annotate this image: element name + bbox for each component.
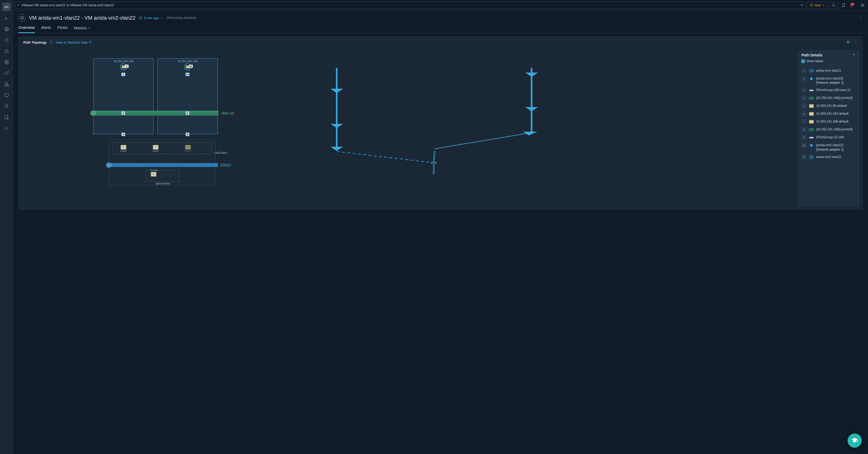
svg-rect-5 (6, 82, 7, 83)
sidebar-nav-analytics[interactable] (0, 68, 13, 79)
svg-point-19 (856, 40, 856, 41)
hop-label: arista-vm1-vlan22 (816, 68, 856, 73)
path-detail-item[interactable]: 9DPortGroup-22-169 (798, 134, 859, 141)
host1-ip: 10.253.241.168 (94, 60, 153, 63)
tab-alerts[interactable]: Alerts (41, 25, 51, 33)
hop-sw-icon (809, 112, 814, 116)
sidebar-nav-vm[interactable] (0, 90, 13, 101)
hop-label: DPortGroup-22-169 (816, 135, 856, 139)
hop-vm-icon (809, 155, 814, 160)
svg-line-34 (337, 151, 434, 163)
now-label: Now (814, 3, 821, 7)
tab-metrics[interactable]: Metrics (74, 25, 90, 33)
path-details-list: 1arista-vm1-vlan222[arista-vm1-vlan22]-[… (798, 65, 859, 206)
page-header: VM arista-vm1-vlan22 - VM arista-vm2-vla… (13, 10, 868, 22)
time-ago-dropdown[interactable]: 5 min ago (138, 16, 163, 20)
bookmark-button[interactable] (840, 2, 847, 9)
hop-label: 10.253.241.193-default (816, 112, 856, 116)
vm-icon (18, 14, 26, 22)
menu-button[interactable] (859, 2, 866, 9)
path-detail-item[interactable]: 2[arista-vm1-vlan22]-[Network adapter 1] (798, 75, 859, 86)
vmware-logo[interactable]: vm (2, 3, 11, 11)
hop-label: 10.253.241.196-default (816, 119, 856, 123)
path-detail-item[interactable]: 610.253.241.193-default (798, 110, 859, 118)
hop-number: 8 (801, 127, 807, 132)
hop-number: 6 (801, 112, 807, 116)
view-network-map-link[interactable]: View in Network Map (56, 40, 92, 44)
vlan-label: vlan-22 (221, 111, 234, 115)
search-button[interactable] (829, 2, 838, 9)
hop-9: 9 (186, 111, 189, 115)
sidebar-nav-pin[interactable] (0, 101, 13, 112)
help-fab[interactable] (847, 433, 862, 448)
tab-overview[interactable]: Overview (18, 25, 35, 33)
hop-bar-icon (809, 135, 814, 140)
path-detail-item[interactable]: 710.253.241.196-default (798, 118, 859, 126)
left-sidebar: vm (0, 0, 13, 454)
svg-rect-8 (4, 94, 8, 96)
search-text: VMware VM 'arista-vm1-vlan22' to VMware … (22, 3, 799, 7)
svg-point-2 (6, 40, 7, 40)
svg-point-21 (856, 43, 856, 43)
sidebar-nav-topology[interactable] (0, 79, 13, 90)
panel-title: Path Topology (23, 40, 46, 44)
path-detail-item[interactable]: 10[arista-vm2-vlan22]-[Network adapter 1… (798, 141, 859, 153)
ecmp-label: ECMP (151, 169, 157, 172)
path-details-panel: Path Details Show labels 1arista-vm1-vla… (798, 50, 859, 206)
path-detail-item[interactable]: 11arista-vm2-vlan22 (798, 153, 859, 161)
hop-sw-icon (809, 104, 814, 108)
svg-rect-6 (4, 85, 6, 86)
path-detail-item[interactable]: 8[10.253.241.169]-[vmnic5] (798, 126, 859, 134)
path-detail-item[interactable]: 1arista-vm1-vlan22 (798, 67, 859, 75)
switch-7[interactable]: 7 (153, 145, 159, 149)
check-icon: ✔ (17, 3, 20, 7)
path-detail-item[interactable]: 3DPortGroup-168-new-22 (798, 86, 859, 94)
svg-rect-7 (7, 85, 8, 86)
topbar: ✔ VMware VM 'arista-vm1-vlan22' to VMwar… (13, 0, 868, 10)
sidebar-nav-globe[interactable] (0, 24, 13, 35)
hop-number: 10 (801, 143, 807, 148)
hop-2: 2 (121, 73, 125, 76)
svg-point-4 (7, 72, 9, 73)
clear-search-icon[interactable]: × (801, 3, 803, 8)
search-box[interactable]: ✔ VMware VM 'arista-vm1-vlan22' to VMwar… (15, 2, 805, 9)
show-labels-label: Show labels (806, 59, 824, 63)
hop-label: arista-vm2-vlan22 (816, 155, 856, 159)
time-now-button[interactable]: Now (807, 2, 828, 9)
collapse-icon[interactable] (852, 53, 856, 57)
vni-label: 10022 (220, 163, 231, 167)
info-icon[interactable]: i (49, 40, 53, 44)
expand-sidebar-button[interactable] (0, 13, 13, 24)
hop-label: [10.253.241.169]-[vmnic5] (816, 127, 856, 132)
topology-canvas[interactable]: 10.253.241.168 10.253.241.169 ≡ vlan-22 (19, 48, 798, 209)
sidebar-nav-alerts[interactable] (0, 46, 13, 57)
header-more-icon[interactable] (859, 16, 863, 21)
vtep-7: VTEP (153, 150, 159, 152)
sidebar-nav-network[interactable] (0, 57, 13, 68)
path-detail-item[interactable]: 4[10.253.241.168]-[vmnic0] (798, 94, 859, 102)
pin-icon[interactable] (846, 40, 850, 45)
switch-extra[interactable] (185, 145, 191, 149)
sidebar-nav-target[interactable] (0, 35, 13, 46)
switch-5[interactable]: 5 (121, 145, 126, 149)
path-details-title: Path Details (801, 53, 823, 57)
switch-6[interactable]: 6 (151, 172, 156, 177)
path-topology-panel: Path Topology i View in Network Map (18, 36, 863, 210)
svg-line-35 (434, 151, 435, 163)
vni-bar: ⇄ 10022 (109, 163, 218, 167)
flag-button[interactable] (849, 2, 857, 9)
svg-point-13 (832, 4, 835, 6)
hop-number: 9 (801, 135, 807, 140)
svg-point-18 (860, 18, 861, 19)
hop-nic-icon (809, 96, 814, 101)
hop-nic-icon (809, 127, 814, 132)
sidebar-nav-search-docs[interactable] (0, 112, 13, 123)
path-detail-item[interactable]: 510.253.241.68-default (798, 102, 859, 110)
panel-more-icon[interactable] (854, 40, 858, 45)
hop-number: 7 (801, 119, 807, 124)
tab-flows[interactable]: Flows (57, 25, 68, 33)
sidebar-nav-settings[interactable] (0, 123, 13, 134)
hop-label: [arista-vm1-vlan22]-[Network adapter 1] (816, 76, 856, 85)
hop-4: 4 (121, 133, 125, 136)
show-labels-checkbox[interactable] (801, 60, 805, 63)
